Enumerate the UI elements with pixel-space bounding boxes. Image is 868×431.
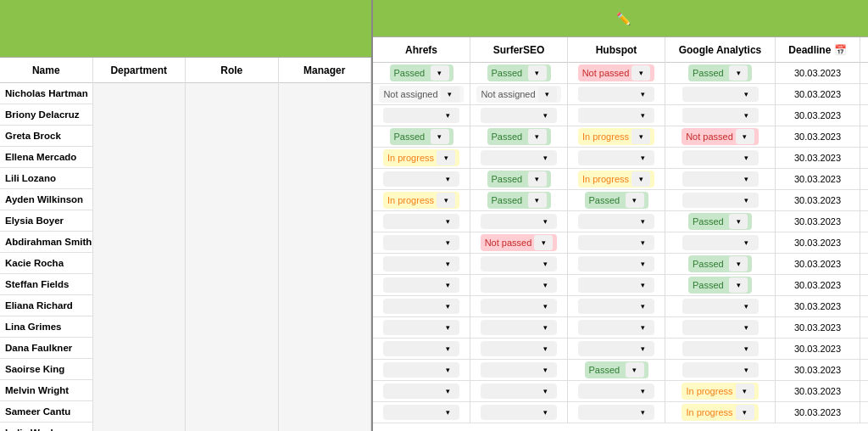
dropdown-arrow[interactable]: ▾ [437, 193, 455, 208]
dropdown-arrow[interactable]: ▾ [536, 299, 554, 314]
ahrefs-status[interactable]: ▾ [373, 360, 470, 381]
google-analytics-status[interactable]: ▾ [665, 296, 776, 317]
empty-dropdown[interactable]: ▾ [682, 193, 759, 208]
hubspot-status[interactable]: In progress▾ [568, 169, 665, 190]
surferseo-status[interactable]: ▾ [470, 211, 568, 232]
ahrefs-status[interactable]: Passed▾ [373, 63, 470, 84]
empty-dropdown[interactable]: ▾ [578, 256, 654, 271]
empty-dropdown[interactable]: ▾ [481, 214, 557, 229]
dropdown-arrow[interactable]: ▾ [737, 150, 756, 165]
hubspot-status[interactable]: Passed▾ [568, 190, 665, 211]
dropdown-arrow[interactable]: ▾ [536, 150, 554, 165]
dropdown-arrow[interactable]: ▾ [737, 235, 756, 250]
hubspot-status[interactable]: ▾ [568, 105, 665, 126]
google-analytics-status[interactable]: Not passed▾ [665, 126, 776, 148]
google-analytics-status[interactable]: Passed▾ [665, 275, 776, 296]
empty-dropdown[interactable]: ▾ [383, 171, 459, 187]
hubspot-status[interactable]: ▾ [568, 317, 665, 339]
empty-dropdown[interactable]: ▾ [578, 108, 654, 123]
empty-dropdown[interactable]: ▾ [481, 108, 557, 123]
hubspot-status[interactable]: ▾ [568, 275, 665, 296]
ahrefs-status[interactable]: ▾ [373, 381, 470, 402]
surferseo-status[interactable]: ▾ [470, 381, 568, 402]
ahrefs-status[interactable]: ▾ [373, 275, 470, 296]
dropdown-arrow[interactable]: ▾ [633, 341, 652, 356]
surferseo-status[interactable]: ▾ [470, 360, 568, 381]
surferseo-status[interactable]: Not passed▾ [470, 232, 568, 254]
ahrefs-status[interactable]: ▾ [373, 254, 470, 275]
empty-dropdown[interactable]: ▾ [682, 235, 759, 250]
dropdown-arrow[interactable]: ▾ [438, 299, 457, 314]
surferseo-status[interactable]: ▾ [470, 339, 568, 360]
ahrefs-status[interactable]: ▾ [373, 169, 470, 190]
dropdown-arrow[interactable]: ▾ [536, 341, 554, 356]
empty-dropdown[interactable]: ▾ [383, 341, 459, 356]
empty-dropdown[interactable]: ▾ [578, 405, 654, 420]
empty-dropdown[interactable]: ▾ [383, 299, 459, 314]
empty-dropdown[interactable]: ▾ [578, 320, 654, 335]
hubspot-status[interactable]: ▾ [568, 402, 665, 423]
dropdown-arrow[interactable]: ▾ [438, 362, 457, 378]
dropdown-arrow[interactable]: ▾ [633, 235, 652, 250]
dropdown-arrow[interactable]: ▾ [632, 129, 650, 144]
google-analytics-status[interactable]: ▾ [665, 105, 776, 126]
hubspot-status[interactable]: ▾ [568, 84, 665, 105]
dropdown-arrow[interactable]: ▾ [438, 320, 457, 335]
ahrefs-status[interactable]: Passed▾ [373, 126, 470, 148]
empty-dropdown[interactable]: ▾ [481, 341, 557, 356]
empty-dropdown[interactable]: ▾ [682, 150, 759, 165]
dropdown-arrow[interactable]: ▾ [528, 65, 547, 81]
surferseo-status[interactable]: Passed▾ [470, 190, 568, 211]
google-analytics-status[interactable]: ▾ [665, 190, 776, 211]
surferseo-status[interactable]: ▾ [470, 254, 568, 275]
empty-dropdown[interactable]: ▾ [383, 256, 459, 271]
ahrefs-status[interactable]: ▾ [373, 105, 470, 126]
empty-dropdown[interactable]: ▾ [481, 383, 557, 399]
dropdown-arrow[interactable]: ▾ [528, 193, 547, 208]
dropdown-arrow[interactable]: ▾ [438, 383, 457, 399]
dropdown-arrow[interactable]: ▾ [633, 108, 652, 123]
google-analytics-status[interactable]: ▾ [665, 317, 776, 339]
dropdown-arrow[interactable]: ▾ [536, 277, 554, 293]
hubspot-status[interactable]: ▾ [568, 339, 665, 360]
ahrefs-status[interactable]: ▾ [373, 232, 470, 254]
empty-dropdown[interactable]: ▾ [578, 299, 654, 314]
hubspot-status[interactable]: ▾ [568, 148, 665, 169]
empty-dropdown[interactable]: ▾ [481, 277, 557, 293]
empty-dropdown[interactable]: ▾ [383, 108, 459, 123]
empty-dropdown[interactable]: ▾ [682, 341, 759, 356]
hubspot-status[interactable]: ▾ [568, 232, 665, 254]
surferseo-status[interactable]: ▾ [470, 105, 568, 126]
dropdown-arrow[interactable]: ▾ [536, 405, 554, 420]
dropdown-arrow[interactable]: ▾ [737, 299, 756, 314]
empty-dropdown[interactable]: ▾ [578, 341, 654, 356]
empty-dropdown[interactable]: ▾ [578, 235, 654, 250]
dropdown-arrow[interactable]: ▾ [438, 405, 457, 420]
dropdown-arrow[interactable]: ▾ [737, 341, 756, 356]
dropdown-arrow[interactable]: ▾ [633, 277, 652, 293]
empty-dropdown[interactable]: ▾ [383, 362, 459, 378]
dropdown-arrow[interactable]: ▾ [729, 256, 748, 271]
dropdown-arrow[interactable]: ▾ [729, 277, 748, 293]
surferseo-status[interactable]: Not assigned▾ [470, 84, 568, 105]
empty-dropdown[interactable]: ▾ [481, 320, 557, 335]
empty-dropdown[interactable]: ▾ [682, 320, 759, 335]
ahrefs-status[interactable]: ▾ [373, 296, 470, 317]
dropdown-arrow[interactable]: ▾ [536, 320, 554, 335]
dropdown-arrow[interactable]: ▾ [737, 171, 756, 187]
dropdown-arrow[interactable]: ▾ [438, 214, 457, 229]
ahrefs-status[interactable]: Not assigned▾ [373, 84, 470, 105]
dropdown-arrow[interactable]: ▾ [534, 235, 553, 250]
dropdown-arrow[interactable]: ▾ [737, 193, 756, 208]
dropdown-arrow[interactable]: ▾ [438, 277, 457, 293]
google-analytics-status[interactable]: ▾ [665, 339, 776, 360]
dropdown-arrow[interactable]: ▾ [438, 108, 457, 123]
surferseo-status[interactable]: ▾ [470, 148, 568, 169]
dropdown-arrow[interactable]: ▾ [438, 235, 457, 250]
dropdown-arrow[interactable]: ▾ [736, 129, 754, 144]
dropdown-arrow[interactable]: ▾ [528, 171, 547, 187]
dropdown-arrow[interactable]: ▾ [632, 65, 650, 81]
empty-dropdown[interactable]: ▾ [481, 299, 557, 314]
ahrefs-status[interactable]: ▾ [373, 402, 470, 423]
dropdown-arrow[interactable]: ▾ [633, 214, 652, 229]
